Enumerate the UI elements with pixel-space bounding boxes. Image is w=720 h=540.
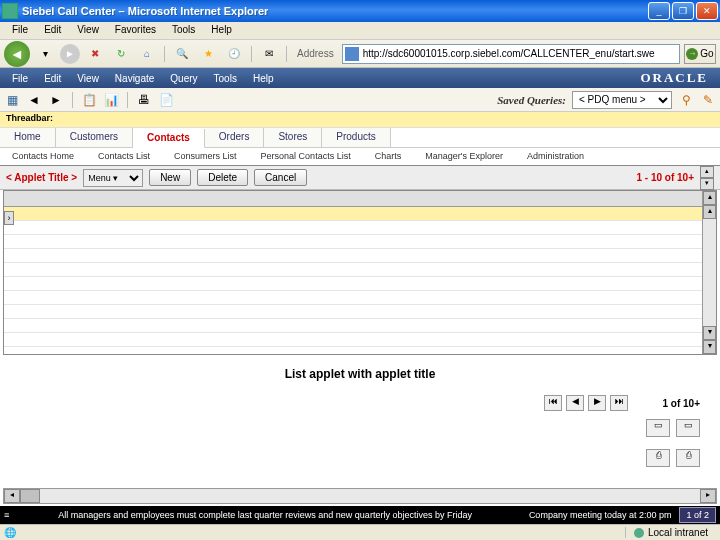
horizontal-scrollbar[interactable]: ◂ ▸	[3, 488, 717, 504]
list-row[interactable]	[4, 207, 702, 221]
prev-record-button[interactable]: ◀	[566, 395, 584, 411]
browser-status-bar: 🌐 Local intranet	[0, 524, 720, 540]
oracle-logo: ORACLE	[632, 70, 716, 86]
saved-queries-label: Saved Queries:	[497, 94, 566, 106]
scroll-thumb[interactable]	[20, 489, 40, 503]
list-row[interactable]	[4, 291, 702, 305]
applet-menu-dropdown[interactable]: Menu ▾	[83, 169, 143, 187]
next-record-button[interactable]: ▶	[588, 395, 606, 411]
list-row[interactable]	[4, 319, 702, 333]
ie-menu-view[interactable]: View	[69, 22, 107, 39]
mail-icon[interactable]: ✉	[258, 43, 280, 65]
last-record-button[interactable]: ⏭	[610, 395, 628, 411]
new-query-icon[interactable]: ✎	[700, 92, 716, 108]
print-icon[interactable]: 🖶	[136, 92, 152, 108]
app-menu-edit[interactable]: Edit	[36, 73, 69, 84]
view-administration[interactable]: Administration	[515, 148, 596, 165]
app-menu-help[interactable]: Help	[245, 73, 282, 84]
scroll-up-icon[interactable]: ▴	[703, 205, 716, 219]
app-menu-file[interactable]: File	[4, 73, 36, 84]
list-row[interactable]	[4, 305, 702, 319]
ie-menu-tools[interactable]: Tools	[164, 22, 203, 39]
view-consumers-list[interactable]: Consumers List	[162, 148, 249, 165]
address-label: Address	[297, 48, 334, 59]
back-button[interactable]: ◄	[4, 41, 30, 67]
app-menu-view[interactable]: View	[69, 73, 107, 84]
app-menu-query[interactable]: Query	[162, 73, 205, 84]
address-bar[interactable]: http://sdc60001015.corp.siebel.com/CALLC…	[342, 44, 680, 64]
form-button-4[interactable]: ⎙	[676, 449, 700, 467]
app-icon	[2, 3, 18, 19]
scroll-bottom-icon[interactable]: ▾	[703, 340, 716, 354]
first-record-button[interactable]: ⏮	[544, 395, 562, 411]
tab-contacts[interactable]: Contacts	[133, 129, 205, 148]
window-close-button[interactable]: ✕	[696, 2, 718, 20]
tab-orders[interactable]: Orders	[205, 128, 265, 147]
execute-query-icon[interactable]: ⚲	[678, 92, 694, 108]
window-maximize-button[interactable]: ❐	[672, 2, 694, 20]
scroll-down-icon[interactable]: ▾	[703, 326, 716, 340]
ie-menu-help[interactable]: Help	[203, 22, 240, 39]
broadcast-message-2: Company meeting today at 2:00 pm	[521, 510, 680, 520]
ie-menu-favorites[interactable]: Favorites	[107, 22, 164, 39]
form-button-1[interactable]: ▭	[646, 419, 670, 437]
refresh-icon[interactable]: ↻	[110, 43, 132, 65]
favorites-icon[interactable]: ★	[197, 43, 219, 65]
forward-button[interactable]: ►	[60, 44, 80, 64]
list-row[interactable]	[4, 235, 702, 249]
tab-stores[interactable]: Stores	[264, 128, 322, 147]
go-button[interactable]: → Go	[684, 44, 716, 64]
expand-icon[interactable]: ▾	[700, 178, 714, 190]
collapse-icon[interactable]: ▴	[700, 166, 714, 178]
view-charts[interactable]: Charts	[363, 148, 414, 165]
ie-menu-file[interactable]: File	[4, 22, 36, 39]
list-row[interactable]	[4, 263, 702, 277]
window-minimize-button[interactable]: _	[648, 2, 670, 20]
form-controls-2: ⎙ ⎙	[0, 443, 720, 473]
broadcast-message-1: All managers and employees must complete…	[9, 510, 521, 520]
forward-nav-icon[interactable]: ►	[48, 92, 64, 108]
app-menu-tools[interactable]: Tools	[206, 73, 245, 84]
sitemap-icon[interactable]: ▦	[4, 92, 20, 108]
history-icon[interactable]: 🕘	[223, 43, 245, 65]
pdq-dropdown[interactable]: < PDQ menu >	[572, 91, 672, 109]
scroll-right-icon[interactable]: ▸	[700, 489, 716, 503]
view-contacts-home[interactable]: Contacts Home	[0, 148, 86, 165]
scroll-top-icon[interactable]: ▴	[703, 191, 716, 205]
cancel-button[interactable]: Cancel	[254, 169, 307, 186]
new-button[interactable]: New	[149, 169, 191, 186]
ie-menu-edit[interactable]: Edit	[36, 22, 69, 39]
form-button-3[interactable]: ⎙	[646, 449, 670, 467]
page-count: 1 of 2	[679, 507, 716, 523]
form-button-2[interactable]: ▭	[676, 419, 700, 437]
chart-icon[interactable]: 📊	[103, 92, 119, 108]
back-dropdown-icon[interactable]: ▾	[34, 43, 56, 65]
stop-icon[interactable]: ✖	[84, 43, 106, 65]
query-icon[interactable]: 📋	[81, 92, 97, 108]
view-managers-explorer[interactable]: Manager's Explorer	[413, 148, 515, 165]
tab-home[interactable]: Home	[0, 128, 56, 147]
list-row[interactable]	[4, 277, 702, 291]
tab-customers[interactable]: Customers	[56, 128, 133, 147]
record-counter: 1 - 10 of 10+	[636, 172, 694, 183]
record-pager: ⏮ ◀ ▶ ⏭ 1 of 10+	[0, 393, 720, 413]
tab-products[interactable]: Products	[322, 128, 390, 147]
scroll-left-icon[interactable]: ◂	[4, 489, 20, 503]
browser-toolbar: ◄ ▾ ► ✖ ↻ ⌂ 🔍 ★ 🕘 ✉ Address http://sdc60…	[0, 40, 720, 68]
view-personal-contacts[interactable]: Personal Contacts List	[249, 148, 363, 165]
vertical-scrollbar[interactable]: ▴ ▴ ▾ ▾	[702, 191, 716, 354]
delete-button[interactable]: Delete	[197, 169, 248, 186]
address-url: http://sdc60001015.corp.siebel.com/CALLC…	[363, 48, 655, 59]
app-menu-navigate[interactable]: Navigate	[107, 73, 162, 84]
list-applet: › ▴ ▴ ▾ ▾	[3, 190, 717, 355]
list-row[interactable]	[4, 221, 702, 235]
home-icon[interactable]: ⌂	[136, 43, 158, 65]
list-row[interactable]	[4, 249, 702, 263]
row-expander-icon[interactable]: ›	[4, 211, 14, 225]
back-nav-icon[interactable]: ◄	[26, 92, 42, 108]
report-icon[interactable]: 📄	[158, 92, 174, 108]
list-row[interactable]	[4, 333, 702, 347]
search-icon[interactable]: 🔍	[171, 43, 193, 65]
browser-menu-bar: File Edit View Favorites Tools Help	[0, 22, 720, 40]
view-contacts-list[interactable]: Contacts List	[86, 148, 162, 165]
